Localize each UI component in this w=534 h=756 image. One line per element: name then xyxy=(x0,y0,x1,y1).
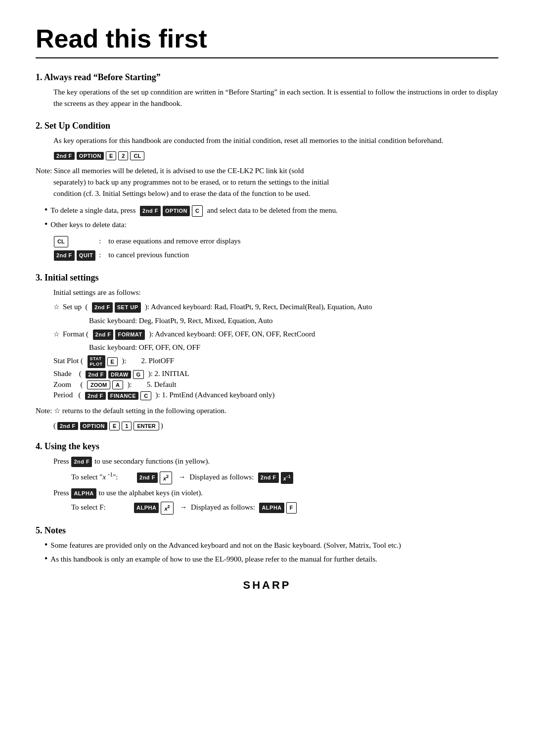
sharp-logo: SHARP xyxy=(36,579,498,592)
key-x2-alpha: x2 xyxy=(161,502,173,515)
section-1-heading: 1. Always read “Before Starting” xyxy=(36,72,498,83)
format-star-line: ☆ Format ( 2nd F FORMAT ): Advanced keyb… xyxy=(53,329,498,340)
key-2ndf: 2nd F xyxy=(54,152,75,160)
shade-line: Shade ( 2nd F DRAW G ): 2. INITIAL xyxy=(53,370,498,379)
key-option-inline: OPTION xyxy=(163,206,190,216)
key-draw: DRAW xyxy=(108,371,131,378)
section-3-heading: 3. Initial settings xyxy=(36,273,498,283)
section-4-p3: Press ALPHA to use the alphabet keys (in… xyxy=(53,487,498,499)
key-e: E xyxy=(106,151,116,160)
key-format: FORMAT xyxy=(115,330,144,340)
section-5: 5. Notes Some features are provided only… xyxy=(36,525,498,566)
section-5-bullets: Some features are provided only on the A… xyxy=(44,540,498,566)
section-2-heading: 2. Set Up Condition xyxy=(36,121,498,131)
key-cl-table: CL xyxy=(54,236,68,247)
bullet-delete-single: To delete a single data, press 2nd F OPT… xyxy=(44,205,498,217)
section-3: 3. Initial settings Initial settings are… xyxy=(36,273,498,430)
section-3-note: Note: ☆ returns to the default setting i… xyxy=(36,405,498,417)
section-2-note: Note: Since all memories will be deleted… xyxy=(36,165,498,200)
section-5-heading: 5. Notes xyxy=(36,525,498,536)
star-format: ☆ xyxy=(53,329,60,340)
setup-basic: Basic keyboard: Deg, FloatPt, 9, Rect, M… xyxy=(89,315,498,327)
key-finance: FINANCE xyxy=(108,392,138,400)
key-a-zoom: A xyxy=(112,380,123,389)
format-text: Format ( 2nd F FORMAT ): Advanced keyboa… xyxy=(63,329,315,340)
section-2-para1: As key operations for this handbook are … xyxy=(53,135,498,146)
key-2ndf-format: 2nd F xyxy=(93,330,114,340)
setup-text: Set up ( 2nd F SET UP ): Advanced keyboa… xyxy=(63,301,372,313)
key-2ndf-result: 2nd F xyxy=(258,472,279,483)
key-2ndf-using: 2nd F xyxy=(71,457,92,467)
key-2ndf-default: 2nd F xyxy=(57,422,78,430)
key-quit-table: QUIT xyxy=(77,250,95,261)
period-line: Period ( 2nd F FINANCE C ): 1. PmtEnd (A… xyxy=(53,391,498,400)
section-4: 4. Using the keys Press 2nd F to use sec… xyxy=(36,441,498,515)
key-g-shade: G xyxy=(133,370,144,379)
key-option: OPTION xyxy=(77,152,104,160)
section-4-p2: To select "x -1": 2nd F x2 → Displayed a… xyxy=(71,470,498,484)
setup-star-line: ☆ Set up ( 2nd F SET UP ): Advanced keyb… xyxy=(53,301,498,313)
key-f-result: F xyxy=(286,502,297,514)
key-statplot: STATPLOT xyxy=(88,355,105,368)
key-2ndf-inline: 2nd F xyxy=(140,206,161,216)
key-2ndf-x2: 2nd F xyxy=(137,472,158,483)
key-1-default: 1 xyxy=(122,422,132,430)
bullet-other-keys: Other keys to delete data: xyxy=(44,219,498,231)
key-2ndf-setup: 2nd F xyxy=(92,302,113,313)
section-2: 2. Set Up Condition As key operations fo… xyxy=(36,121,498,262)
key-option-default: OPTION xyxy=(80,422,107,430)
stat-plot-line: Stat Plot ( STATPLOT E ): 2. PlotOFF xyxy=(53,355,498,368)
section-1-para: The key operations of the set up conndit… xyxy=(53,87,498,110)
section-1: 1. Always read “Before Starting” The key… xyxy=(36,72,498,110)
section-4-p1: Press 2nd F to use secondary functions (… xyxy=(53,456,498,467)
key-cl: CL xyxy=(130,151,144,160)
key-alpha-result: ALPHA xyxy=(259,503,284,513)
section-5-bullet-1: Some features are provided only on the A… xyxy=(44,540,498,551)
key-alpha: ALPHA xyxy=(71,488,96,499)
setup-key-sequence: 2nd F OPTION E 2 CL xyxy=(53,151,498,160)
section-4-p4: To select F: ALPHA x2 → Displayed as fol… xyxy=(71,502,498,515)
key-setup: SET UP xyxy=(115,302,141,313)
key-c-inline: C xyxy=(192,205,203,217)
zoom-line: Zoom ( ZOOM A ): 5. Default xyxy=(53,380,498,390)
key-c-period: C xyxy=(140,391,151,400)
quit-desc: : to cancel previous function xyxy=(99,248,244,262)
cl-desc: : to erase equations and remove error di… xyxy=(99,235,244,248)
key-2: 2 xyxy=(118,151,128,160)
default-key-sequence: ( 2nd F OPTION E 1 ENTER ) xyxy=(53,422,498,430)
section-5-bullet-2: As this handbook is only an example of h… xyxy=(44,554,498,565)
key-x2-1: x2 xyxy=(160,472,172,484)
section-2-bullets: To delete a single data, press 2nd F OPT… xyxy=(44,205,498,231)
key-e-statplot: E xyxy=(107,357,118,366)
section-3-intro: Initial settings are as follows: xyxy=(53,287,498,298)
key-enter-default: ENTER xyxy=(134,422,159,430)
key-2ndf-period: 2nd F xyxy=(85,392,106,400)
key-2ndf-table: 2nd F xyxy=(54,250,75,261)
star-setup: ☆ xyxy=(53,302,60,313)
key-zoom: ZOOM xyxy=(87,380,110,389)
key-xinv: x-1 xyxy=(281,472,294,484)
format-basic: Basic keyboard: OFF, OFF, ON, OFF xyxy=(89,342,498,353)
key-alpha-f: ALPHA xyxy=(134,503,159,513)
section-4-heading: 4. Using the keys xyxy=(36,441,498,452)
page-title: Read this first xyxy=(36,24,498,58)
key-2ndf-shade: 2nd F xyxy=(86,371,106,378)
key-e-default: E xyxy=(109,422,120,430)
key-table: CL : to erase equations and remove error… xyxy=(53,235,244,262)
